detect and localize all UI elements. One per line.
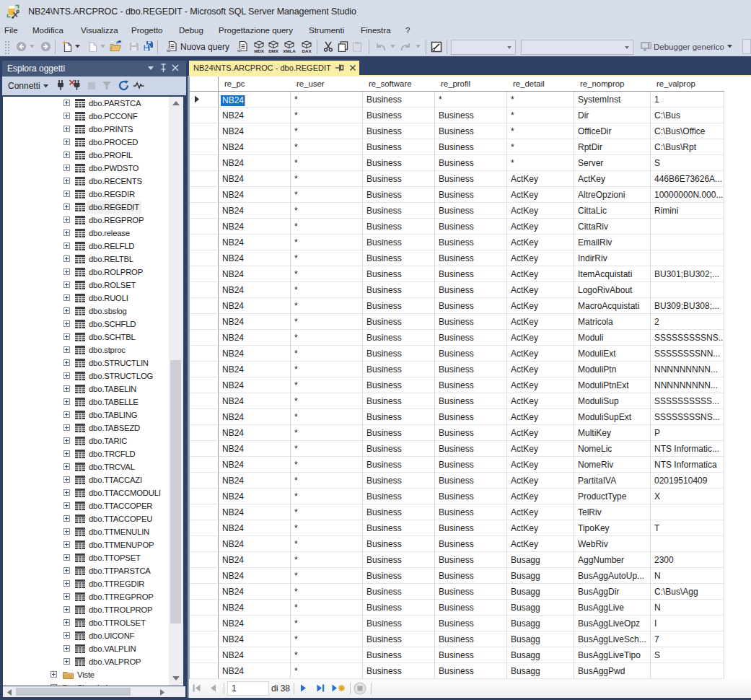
svg-text:XMLA: XMLA bbox=[283, 48, 296, 53]
svg-text:DMX: DMX bbox=[268, 48, 279, 53]
svg-text:DAX: DAX bbox=[302, 48, 312, 53]
svg-text:MDX: MDX bbox=[254, 48, 265, 53]
